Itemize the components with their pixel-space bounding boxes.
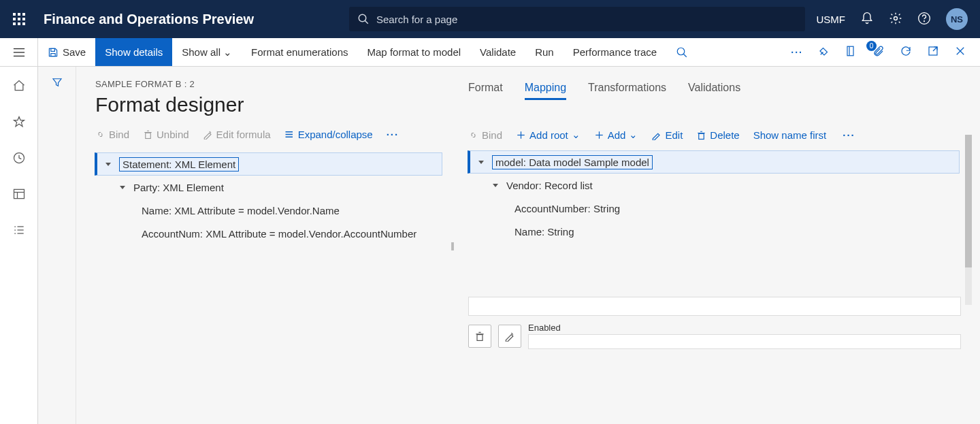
tab-format[interactable]: Format [468, 82, 503, 100]
svg-rect-6 [13, 22, 16, 25]
show-all-button[interactable]: Show all⌄ [172, 38, 242, 66]
app-launcher-button[interactable] [0, 12, 38, 26]
save-button[interactable]: Save [38, 38, 95, 66]
performance-trace-button[interactable]: Performance trace [564, 38, 666, 66]
svg-line-20 [683, 54, 687, 57]
formula-field[interactable] [468, 297, 961, 316]
popout-icon[interactable] [927, 45, 939, 59]
svg-rect-5 [22, 18, 25, 20]
settings-icon[interactable] [889, 12, 902, 27]
mapping-tree-name[interactable]: Name: String [468, 220, 960, 243]
bind-button: Bind [95, 129, 129, 140]
splitter-handle[interactable]: ‖ [451, 241, 453, 250]
svg-rect-2 [22, 13, 25, 16]
svg-rect-3 [13, 18, 16, 20]
mapping-bind-button: Bind [468, 129, 502, 141]
tab-validations[interactable]: Validations [688, 82, 740, 100]
toolbar-search-button[interactable] [666, 38, 698, 66]
svg-rect-38 [285, 137, 293, 138]
svg-rect-7 [18, 22, 20, 25]
app-title: Finance and Operations Preview [44, 12, 254, 27]
breadcrumb: SAMPLE FORMAT B : 2 [95, 79, 442, 89]
help-icon[interactable] [917, 12, 931, 27]
svg-rect-18 [51, 53, 55, 56]
svg-point-13 [924, 20, 925, 21]
expand-collapse-button[interactable]: Expand/collapse [284, 129, 373, 140]
svg-rect-1 [18, 13, 20, 16]
pane-splitter: ‖ [449, 67, 455, 424]
enabled-field[interactable] [528, 334, 961, 349]
trash-button[interactable] [468, 325, 491, 348]
filter-icon[interactable] [51, 76, 63, 424]
svg-rect-43 [699, 133, 704, 139]
format-tree-root[interactable]: Statement: XML Element [95, 152, 442, 176]
mapping-more-button[interactable]: ··· [843, 129, 855, 141]
show-details-button[interactable]: Show details [95, 38, 172, 66]
mapping-tree-vendor[interactable]: Vendor: Record list [468, 174, 960, 197]
svg-rect-4 [18, 18, 20, 20]
add-root-button[interactable]: Add root⌄ [516, 129, 581, 141]
favorites-icon[interactable] [12, 115, 26, 131]
office-icon[interactable] [845, 45, 858, 59]
mapping-tree: model: Data model Sample model Vendor: R… [468, 150, 960, 243]
hamburger-button[interactable] [0, 38, 38, 66]
mapping-pane: Format Mapping Transformations Validatio… [455, 67, 980, 424]
environment-label[interactable]: USMF [817, 14, 846, 25]
workspaces-icon[interactable] [12, 187, 26, 203]
right-tabs: Format Mapping Transformations Validatio… [468, 82, 960, 100]
vertical-scrollbar[interactable] [965, 135, 972, 305]
edit-formula-button: Edit formula [203, 129, 271, 140]
svg-rect-8 [22, 22, 25, 25]
recent-icon[interactable] [12, 151, 26, 167]
unbind-button: Unbind [143, 129, 189, 140]
show-name-first-button[interactable]: Show name first [753, 129, 827, 141]
validate-button[interactable]: Validate [470, 38, 525, 66]
run-button[interactable]: Run [525, 38, 564, 66]
notifications-icon[interactable] [860, 12, 874, 27]
format-tree-name-attr[interactable]: Name: XML Attribute = model.Vendor.Name [95, 199, 442, 222]
format-enumerations-button[interactable]: Format enumerations [242, 38, 358, 66]
pin-icon[interactable] [818, 45, 830, 59]
enabled-label: Enabled [528, 323, 961, 333]
format-toolbar: Bind Unbind Edit formula Expand/collapse… [95, 129, 442, 140]
filter-rail [38, 67, 76, 424]
global-header: Finance and Operations Preview Search fo… [0, 0, 980, 38]
collapse-icon[interactable] [104, 159, 114, 169]
map-format-to-model-button[interactable]: Map format to model [358, 38, 471, 66]
svg-rect-44 [477, 334, 483, 340]
format-more-button[interactable]: ··· [387, 129, 399, 140]
delete-button[interactable]: Delete [696, 129, 739, 141]
format-tree-party[interactable]: Party: XML Element [95, 176, 442, 199]
global-search-input[interactable]: Search for a page [349, 7, 805, 31]
tab-transformations[interactable]: Transformations [588, 82, 666, 100]
more-commands-button[interactable]: ··· [791, 47, 803, 58]
tab-mapping[interactable]: Mapping [525, 82, 566, 100]
command-bar: Save Show details Show all⌄ Format enume… [0, 38, 980, 67]
svg-rect-17 [51, 48, 55, 51]
save-label: Save [63, 46, 86, 58]
attachments-icon[interactable]: 0 [872, 45, 885, 59]
user-avatar[interactable]: NS [946, 8, 968, 30]
mapping-tree-root[interactable]: model: Data model Sample model [468, 150, 960, 174]
collapse-icon[interactable] [477, 157, 487, 167]
modules-icon[interactable] [12, 223, 26, 239]
format-pane: SAMPLE FORMAT B : 2 Format designer Bind… [76, 67, 449, 424]
close-icon[interactable] [954, 45, 966, 59]
add-button[interactable]: Add⌄ [594, 129, 638, 141]
edit-button[interactable]: Edit [651, 129, 683, 141]
edit-pencil-button[interactable] [498, 325, 521, 348]
svg-rect-0 [13, 13, 16, 16]
home-icon[interactable] [12, 79, 26, 95]
mapping-tree-account-number[interactable]: AccountNumber: String [468, 197, 960, 220]
svg-rect-37 [285, 134, 293, 135]
format-tree-account-attr[interactable]: AccountNum: XML Attribute = model.Vendor… [95, 222, 442, 245]
format-tree: Statement: XML Element Party: XML Elemen… [95, 152, 442, 245]
collapse-icon[interactable] [118, 182, 128, 192]
chevron-down-icon: ⌄ [572, 129, 581, 141]
search-icon [357, 13, 370, 25]
refresh-icon[interactable] [900, 45, 912, 59]
svg-point-9 [359, 14, 366, 22]
collapse-icon[interactable] [491, 180, 501, 190]
svg-point-19 [677, 48, 685, 55]
svg-point-11 [894, 16, 898, 20]
